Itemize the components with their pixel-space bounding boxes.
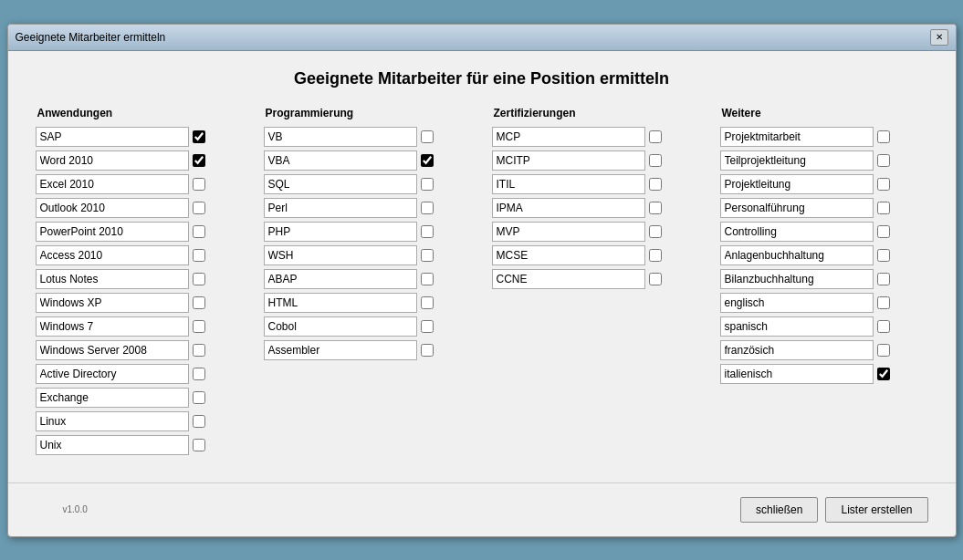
item-checkbox[interactable] (193, 154, 205, 167)
item-label-input[interactable] (264, 316, 417, 337)
item-checkbox[interactable] (421, 154, 434, 167)
item-checkbox[interactable] (877, 249, 890, 262)
item-checkbox[interactable] (193, 273, 205, 285)
item-label-input[interactable] (36, 435, 189, 455)
item-checkbox[interactable] (877, 225, 890, 238)
item-checkbox[interactable] (193, 439, 205, 451)
item-checkbox[interactable] (649, 273, 662, 285)
item-label-input[interactable] (720, 316, 874, 337)
item-checkbox[interactable] (421, 202, 434, 214)
item-label-input[interactable] (36, 222, 189, 242)
close-button[interactable]: schließen (740, 497, 818, 523)
item-label-input[interactable] (264, 269, 417, 289)
list-item (720, 293, 948, 313)
item-label-input[interactable] (36, 388, 189, 408)
item-checkbox[interactable] (877, 273, 890, 285)
item-checkbox[interactable] (421, 273, 434, 285)
item-checkbox[interactable] (649, 225, 662, 238)
item-label-input[interactable] (492, 150, 645, 171)
item-label-input[interactable] (36, 198, 189, 218)
item-label-input[interactable] (492, 174, 645, 194)
item-label-input[interactable] (36, 293, 189, 313)
item-checkbox[interactable] (877, 130, 890, 143)
columns-header: Anwendungen Programmierung Zertifizierun… (36, 107, 928, 119)
item-checkbox[interactable] (421, 130, 434, 143)
item-checkbox[interactable] (421, 296, 434, 309)
item-label-input[interactable] (264, 340, 417, 360)
item-label-input[interactable] (36, 411, 189, 431)
item-label-input[interactable] (36, 245, 189, 265)
item-label-input[interactable] (36, 150, 189, 171)
item-label-input[interactable] (492, 245, 645, 265)
item-label-input[interactable] (720, 293, 874, 313)
item-checkbox[interactable] (421, 178, 434, 191)
item-label-input[interactable] (720, 174, 874, 194)
item-checkbox[interactable] (877, 320, 890, 333)
item-label-input[interactable] (36, 127, 189, 147)
item-checkbox[interactable] (421, 225, 434, 238)
item-label-input[interactable] (720, 222, 874, 242)
list-item (492, 174, 720, 194)
item-checkbox[interactable] (193, 368, 205, 380)
item-checkbox[interactable] (193, 320, 205, 333)
item-label-input[interactable] (264, 222, 417, 242)
create-list-button[interactable]: Lister erstellen (825, 497, 927, 523)
main-window: Geeignete Mitarbeiter ermitteln ✕ Geeign… (7, 24, 957, 537)
item-checkbox[interactable] (193, 202, 205, 214)
item-checkbox[interactable] (877, 368, 890, 380)
item-checkbox[interactable] (421, 320, 434, 333)
list-item (264, 340, 492, 360)
item-checkbox[interactable] (193, 130, 205, 143)
item-label-input[interactable] (720, 245, 874, 265)
item-label-input[interactable] (492, 222, 645, 242)
item-checkbox[interactable] (193, 344, 205, 357)
item-checkbox[interactable] (193, 391, 205, 404)
item-label-input[interactable] (264, 150, 417, 171)
item-checkbox[interactable] (649, 178, 662, 191)
item-label-input[interactable] (720, 364, 874, 384)
item-checkbox[interactable] (877, 202, 890, 214)
item-checkbox[interactable] (421, 344, 434, 357)
item-checkbox[interactable] (877, 154, 890, 167)
item-label-input[interactable] (264, 198, 417, 218)
list-item (720, 245, 948, 265)
item-label-input[interactable] (264, 293, 417, 313)
item-label-input[interactable] (264, 127, 417, 147)
item-label-input[interactable] (36, 364, 189, 384)
item-checkbox[interactable] (649, 249, 662, 262)
item-label-input[interactable] (720, 198, 874, 218)
item-checkbox[interactable] (877, 178, 890, 191)
item-label-input[interactable] (492, 269, 645, 289)
item-label-input[interactable] (36, 269, 189, 289)
item-checkbox[interactable] (193, 225, 205, 238)
item-label-input[interactable] (720, 127, 874, 147)
item-checkbox[interactable] (649, 202, 662, 214)
item-label-input[interactable] (36, 340, 189, 360)
item-label-input[interactable] (36, 316, 189, 337)
item-label-input[interactable] (492, 198, 645, 218)
item-checkbox[interactable] (877, 296, 890, 309)
item-checkbox[interactable] (877, 344, 890, 357)
item-label-input[interactable] (720, 150, 874, 171)
item-checkbox[interactable] (649, 130, 662, 143)
item-checkbox[interactable] (193, 178, 205, 191)
item-label-input[interactable] (720, 269, 874, 289)
list-item (492, 245, 720, 265)
list-item (36, 340, 264, 360)
item-label-input[interactable] (36, 174, 189, 194)
list-item (720, 364, 948, 384)
list-item (264, 293, 492, 313)
item-label-input[interactable] (264, 174, 417, 194)
item-label-input[interactable] (264, 245, 417, 265)
item-checkbox[interactable] (193, 249, 205, 262)
close-button[interactable]: ✕ (930, 29, 948, 46)
item-label-input[interactable] (720, 340, 874, 360)
list-item (264, 245, 492, 265)
item-checkbox[interactable] (193, 415, 205, 428)
list-item (720, 340, 948, 360)
list-item (264, 222, 492, 242)
item-checkbox[interactable] (649, 154, 662, 167)
item-checkbox[interactable] (193, 296, 205, 309)
item-checkbox[interactable] (421, 249, 434, 262)
item-label-input[interactable] (492, 127, 645, 147)
